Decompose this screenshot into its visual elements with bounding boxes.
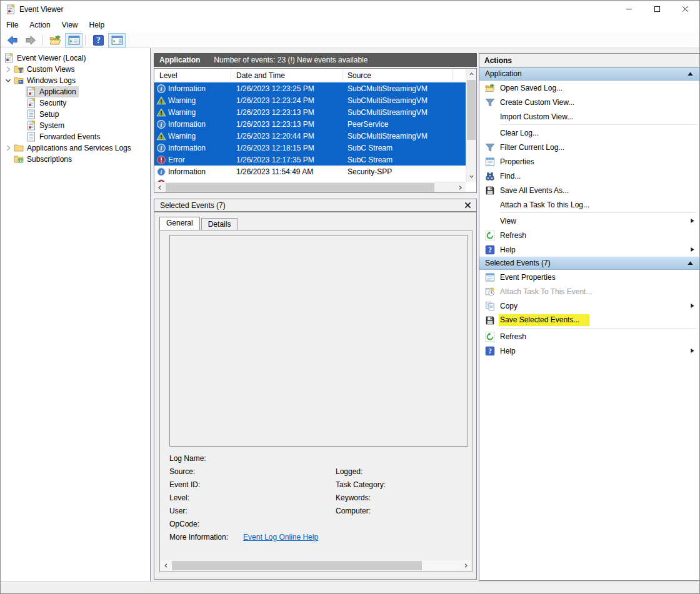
- column-header-level[interactable]: Level: [154, 69, 231, 82]
- action-event-properties[interactable]: Event Properties: [479, 270, 699, 284]
- action-copy[interactable]: Copy: [479, 299, 699, 313]
- action-save-all-events-as[interactable]: Save All Events As...: [479, 183, 699, 197]
- maximize-icon: [654, 6, 661, 12]
- event-level: Warning: [168, 132, 196, 141]
- folder-plain-icon: [14, 143, 24, 153]
- menu-item-action[interactable]: Action: [24, 19, 56, 31]
- event-log-online-help-link[interactable]: Event Log Online Help: [243, 533, 318, 542]
- action-icon-slot: [485, 272, 495, 282]
- filter-icon: [485, 142, 495, 152]
- toolbar-separator: [85, 35, 86, 46]
- log-alert-icon: [26, 87, 36, 97]
- column-header-date-and-time[interactable]: Date and Time: [231, 69, 342, 82]
- event-datetime: 1/26/2023 11:54:49 AM: [231, 166, 342, 177]
- chevron-left-icon: [157, 185, 162, 191]
- tab-details[interactable]: Details: [201, 218, 238, 230]
- action-import-custom-view[interactable]: Import Custom View...: [479, 109, 699, 124]
- maximize-button[interactable]: [643, 1, 671, 17]
- close-button[interactable]: [671, 1, 699, 17]
- menu-item-help[interactable]: Help: [84, 19, 111, 31]
- console-tree-panel: Event Viewer (Local)Custom ViewsWindows …: [1, 48, 151, 581]
- preview-horizontal-scrollbar[interactable]: [161, 560, 471, 571]
- action-properties[interactable]: Properties: [479, 154, 699, 169]
- scrollbar-thumb[interactable]: [166, 183, 434, 192]
- event-row[interactable]: Error1/26/2023 12:17:35 PMSubC Stream: [154, 154, 466, 166]
- action-find[interactable]: Find...: [479, 169, 699, 183]
- event-row[interactable]: iInformation1/26/2023 12:23:13 PMPeerSer…: [154, 118, 466, 130]
- tree-item-forwarded-events[interactable]: Forwarded Events: [1, 131, 150, 142]
- scroll-right-button[interactable]: [461, 560, 471, 571]
- event-row[interactable]: iInformation1/26/2023 12:18:15 PMSubC St…: [154, 142, 466, 154]
- menu-item-file[interactable]: File: [1, 19, 24, 31]
- scroll-up-button[interactable]: [466, 69, 477, 79]
- tree-item-custom-views[interactable]: Custom Views: [1, 64, 150, 75]
- action-icon-slot: ?: [485, 245, 495, 255]
- action-filter-current-log[interactable]: Filter Current Log...: [479, 140, 699, 154]
- minimize-button[interactable]: [615, 1, 643, 17]
- tree-item-event-viewer-local[interactable]: Event Viewer (Local): [1, 52, 150, 64]
- column-header-source[interactable]: Source: [342, 69, 452, 82]
- menu-item-view[interactable]: View: [56, 19, 84, 31]
- preview-tabs: GeneralDetails: [159, 217, 239, 230]
- scroll-left-button[interactable]: [154, 182, 165, 193]
- section-header-selected-events-7[interactable]: Selected Events (7): [479, 257, 699, 270]
- action-attach-task-to-this-event[interactable]: Attach Task To This Event...: [479, 284, 699, 299]
- scroll-right-button[interactable]: [455, 182, 466, 193]
- tree-item-application[interactable]: Application: [1, 86, 150, 97]
- event-list-vertical-scrollbar[interactable]: [466, 69, 476, 182]
- action-label: Attach a Task To this Log...: [500, 200, 699, 209]
- menu-bar: FileActionViewHelp: [1, 17, 699, 32]
- help-button[interactable]: ?: [89, 33, 107, 47]
- tree-item-system[interactable]: System: [1, 120, 150, 131]
- action-create-custom-view[interactable]: Create Custom View...: [479, 95, 699, 109]
- event-row[interactable]: Warning1/26/2023 12:20:44 PMSubCMultiStr…: [154, 130, 466, 142]
- action-icon-slot: [485, 315, 495, 325]
- svg-text:?: ?: [96, 36, 101, 45]
- info-icon: i: [156, 84, 166, 94]
- action-help[interactable]: ?Help: [479, 344, 699, 358]
- action-label: Event Properties: [500, 273, 699, 282]
- action-help[interactable]: ?Help: [479, 242, 699, 257]
- section-header-application[interactable]: Application: [479, 67, 699, 81]
- tab-general[interactable]: General: [159, 217, 200, 230]
- close-icon[interactable]: [464, 202, 471, 209]
- event-list-horizontal-scrollbar[interactable]: [154, 182, 466, 192]
- tree-item-subscriptions[interactable]: Subscriptions: [1, 154, 150, 165]
- field-label-logged: Logged:: [336, 467, 386, 480]
- event-row[interactable]: [154, 177, 466, 182]
- open-saved-log-button[interactable]: [46, 33, 64, 47]
- action-label: Open Saved Log...: [500, 84, 699, 92]
- scroll-left-button[interactable]: [161, 560, 171, 571]
- action-refresh[interactable]: Refresh: [479, 329, 699, 344]
- tree-item-security[interactable]: Security: [1, 97, 150, 109]
- event-row[interactable]: iInformation1/26/2023 12:23:25 PMSubCMul…: [154, 82, 466, 94]
- action-save-selected-events[interactable]: Save Selected Events...: [479, 313, 699, 327]
- log-status: Number of events: 23 (!) New events avai…: [214, 56, 368, 64]
- tree-item-setup[interactable]: Setup: [1, 109, 150, 120]
- show-console-tree-button[interactable]: [65, 33, 82, 47]
- scrollbar-thumb[interactable]: [467, 80, 476, 140]
- scroll-down-button[interactable]: [466, 171, 477, 182]
- event-datetime: 1/26/2023 12:20:44 PM: [231, 130, 342, 142]
- tree-item-windows-logs[interactable]: Windows Logs: [1, 75, 150, 86]
- event-row[interactable]: Warning1/26/2023 12:23:13 PMSubCMultiStr…: [154, 106, 466, 118]
- event-viewer-window: Event Viewer FileActionViewHelp ? Event …: [0, 0, 700, 594]
- forward-button[interactable]: [22, 33, 39, 47]
- action-label: Create Custom View...: [500, 98, 699, 107]
- svg-text:?: ?: [488, 347, 492, 355]
- tri-right-icon: [689, 247, 695, 252]
- action-clear-log[interactable]: Clear Log...: [479, 126, 699, 140]
- event-source: Security-SPP: [342, 166, 466, 177]
- scrollbar-thumb[interactable]: [172, 561, 422, 570]
- action-open-saved-log[interactable]: Open Saved Log...: [479, 81, 699, 95]
- app-icon: [6, 4, 16, 14]
- action-attach-a-task-to-this-log[interactable]: Attach a Task To this Log...: [479, 197, 699, 212]
- event-row[interactable]: Warning1/26/2023 12:23:24 PMSubCMultiStr…: [154, 94, 466, 106]
- show-action-pane-button[interactable]: [108, 33, 126, 47]
- tree-item-applications-and-services-logs[interactable]: Applications and Services Logs: [1, 142, 150, 154]
- back-button[interactable]: [3, 33, 21, 47]
- action-view[interactable]: View: [479, 214, 699, 228]
- chev-right-icon: [3, 64, 13, 74]
- action-refresh[interactable]: Refresh: [479, 228, 699, 242]
- event-row[interactable]: iInformation1/26/2023 11:54:49 AMSecurit…: [154, 166, 466, 177]
